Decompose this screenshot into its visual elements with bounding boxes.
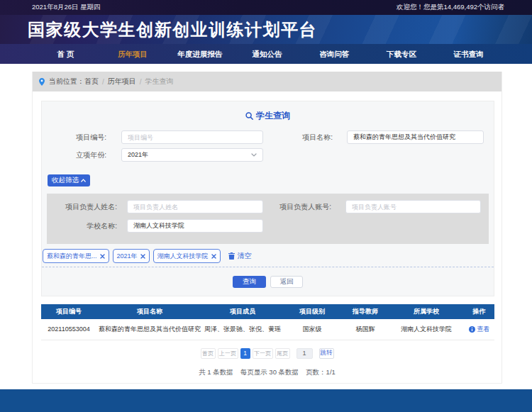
- breadcrumb-current: 学生查询: [145, 77, 174, 87]
- breadcrumb-separator: /: [102, 78, 104, 86]
- stats-total: 共 1 条数据: [199, 368, 233, 377]
- page-first-button[interactable]: 首页: [201, 348, 216, 359]
- col-level: 项目级别: [282, 304, 342, 319]
- search-icon: [245, 112, 253, 120]
- project-code-label: 项目编号:: [42, 130, 121, 144]
- info-icon: [469, 326, 475, 333]
- nav-item-certificate[interactable]: 证书查询: [435, 44, 502, 64]
- year-select-value: 2021年: [128, 150, 148, 160]
- chevron-down-icon: [251, 153, 257, 157]
- nav-item-past-projects[interactable]: 历年项目: [99, 44, 167, 64]
- breadcrumb: 当前位置：首页 / 历年项目 / 学生查询: [33, 72, 501, 91]
- leader-account-input[interactable]: [345, 200, 481, 213]
- location-pin-icon: [39, 78, 45, 86]
- year-select[interactable]: 2021年: [121, 148, 263, 162]
- view-link-label: 查看: [477, 325, 490, 334]
- site-banner: 国家级大学生创新创业训练计划平台: [0, 15, 532, 44]
- filter-tag-label: 蔡和森的青年思...: [47, 252, 97, 261]
- school-label: 学校名称:: [47, 219, 127, 233]
- leader-account-label: 项目负责人账号:: [263, 200, 345, 213]
- col-project-name: 项目名称: [96, 304, 203, 319]
- filter-tag-label: 湖南人文科技学院: [157, 252, 209, 261]
- topbar-welcome: 欢迎您！您是第14,469,492个访问者: [397, 3, 504, 12]
- project-code-input[interactable]: [121, 130, 263, 144]
- results-table: 项目编号 项目名称 项目成员 项目级别 指导教师 所属学校 操作 2021105…: [41, 304, 494, 340]
- cell-level: 国家级: [282, 319, 342, 340]
- main-container: 当前位置：首页 / 历年项目 / 学生查询 学生查询 项目编号: 项目名称: 立…: [32, 72, 502, 384]
- view-link[interactable]: 查看: [469, 325, 490, 334]
- leader-name-input[interactable]: [127, 200, 263, 213]
- cell-members: 周泽、张景驰、张倪、黄瑶: [203, 319, 282, 340]
- breadcrumb-section[interactable]: 历年项目: [108, 77, 136, 87]
- page-next-button[interactable]: 下一页: [253, 348, 273, 359]
- tag-close-icon[interactable]: [140, 254, 145, 259]
- topbar: 2021年8月26日 星期四 欢迎您！您是第14,469,492个访问者: [0, 0, 532, 15]
- col-teacher: 指导教师: [342, 304, 389, 319]
- nav-item-notices[interactable]: 通知公告: [233, 44, 301, 64]
- col-members: 项目成员: [203, 304, 282, 319]
- main-nav: 首 页 历年项目 年度进展报告 通知公告 咨询问答 下载专区 证书查询: [0, 44, 532, 64]
- search-card: 学生查询 项目编号: 项目名称: 立项年份: 2021年 收起筛选: [41, 101, 494, 296]
- col-action: 操作: [464, 304, 494, 319]
- filter-tag-label: 2021年: [117, 252, 138, 261]
- page-jump-input[interactable]: [297, 348, 313, 359]
- nav-item-annual-report[interactable]: 年度进展报告: [166, 44, 233, 64]
- pagination: 首页 上一页 1 下一页 尾页 跳转: [33, 348, 501, 359]
- dashed-divider: [42, 267, 494, 267]
- school-input[interactable]: [127, 219, 263, 233]
- stats-per-page: 每页显示 30 条数据: [240, 368, 299, 377]
- tag-close-icon[interactable]: [211, 254, 216, 259]
- nav-item-home[interactable]: 首 页: [32, 44, 99, 64]
- clear-filters-label: 清空: [238, 251, 252, 261]
- project-name-input[interactable]: [347, 130, 484, 144]
- leader-name-label: 项目负责人姓名:: [47, 200, 127, 213]
- collapse-filter-label: 收起筛选: [52, 176, 79, 185]
- nav-item-downloads[interactable]: 下载专区: [368, 44, 436, 64]
- filter-tag-school[interactable]: 湖南人文科技学院: [153, 249, 221, 263]
- clear-filters-button[interactable]: 清空: [228, 251, 252, 261]
- back-button[interactable]: 返回: [270, 276, 303, 288]
- stats-pages: 页数：1/1: [306, 368, 336, 377]
- advanced-filter-panel: 项目负责人姓名: 项目负责人账号: 学校名称:: [47, 194, 489, 244]
- nav-item-qa[interactable]: 咨询问答: [301, 44, 368, 64]
- project-name-label: 项目名称:: [263, 130, 347, 144]
- page-prev-button[interactable]: 上一页: [218, 348, 238, 359]
- page-last-button[interactable]: 尾页: [275, 348, 290, 359]
- page-current[interactable]: 1: [240, 348, 250, 359]
- table-row: 202110553004 蔡和森的青年思想及其当代价值研究 周泽、张景驰、张倪、…: [41, 319, 494, 340]
- cell-project-name: 蔡和森的青年思想及其当代价值研究: [96, 319, 203, 340]
- breadcrumb-separator: /: [140, 78, 142, 86]
- page-footer: [0, 389, 532, 412]
- site-title: 国家级大学生创新创业训练计划平台: [28, 18, 317, 41]
- table-header-row: 项目编号 项目名称 项目成员 项目级别 指导教师 所属学校 操作: [41, 304, 494, 319]
- col-project-code: 项目编号: [41, 304, 96, 319]
- col-school: 所属学校: [389, 304, 464, 319]
- chevron-up-icon: [81, 179, 86, 182]
- tag-close-icon[interactable]: [100, 254, 105, 259]
- trash-icon: [228, 252, 235, 260]
- topbar-date: 2021年8月26日 星期四: [32, 3, 101, 12]
- filter-tag-name[interactable]: 蔡和森的青年思...: [43, 249, 109, 263]
- table-stats: 共 1 条数据 每页显示 30 条数据 页数：1/1: [33, 368, 501, 377]
- page-jump-button[interactable]: 跳转: [319, 348, 334, 359]
- collapse-filter-button[interactable]: 收起筛选: [48, 174, 90, 186]
- filter-tag-year[interactable]: 2021年: [113, 249, 150, 263]
- search-title-row: 学生查询: [42, 111, 494, 121]
- filter-tags-row: 蔡和森的青年思... 2021年 湖南人文科技学院 清空: [43, 249, 494, 263]
- search-title: 学生查询: [256, 110, 290, 122]
- cell-teacher: 杨国辉: [342, 319, 389, 340]
- cell-school: 湖南人文科技学院: [389, 319, 464, 340]
- query-button[interactable]: 查询: [233, 276, 266, 288]
- cell-project-code: 202110553004: [41, 319, 96, 340]
- breadcrumb-home[interactable]: 当前位置：首页: [49, 77, 99, 87]
- year-label: 立项年份:: [42, 148, 121, 162]
